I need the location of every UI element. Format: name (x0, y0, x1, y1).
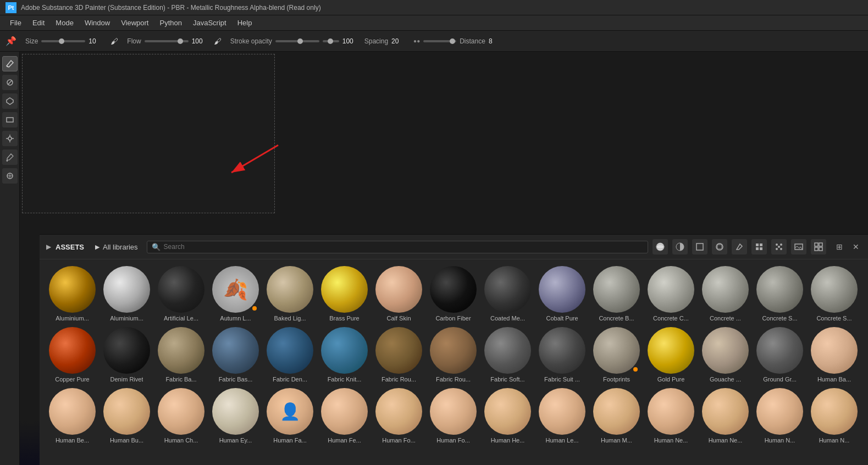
asset-label: Human Ey... (219, 437, 252, 444)
svg-point-25 (780, 243, 782, 246)
brush-icon[interactable]: 🖌 (110, 37, 118, 46)
filter-half-btn[interactable] (672, 239, 688, 254)
asset-item-groundgr[interactable]: Ground Gr... (754, 325, 806, 385)
tool-clone[interactable] (2, 168, 18, 184)
asset-label: Human Fo... (436, 437, 470, 444)
asset-item-calfskin[interactable]: Calf Skin (373, 264, 425, 324)
asset-item-concretes[interactable]: Concrete S... (808, 264, 860, 324)
asset-item-autumnl[interactable]: 🍂Autumn L... (209, 264, 262, 324)
asset-item-fabricknit[interactable]: Fabric Knit... (318, 325, 371, 385)
stroke-opacity-slider2[interactable] (323, 40, 339, 42)
asset-item-coatedme[interactable]: Coated Me... (482, 264, 534, 324)
asset-label: Human N... (819, 437, 850, 444)
asset-item-humanbu[interactable]: Human Bu... (101, 386, 153, 446)
asset-label: Concrete S... (762, 315, 797, 322)
asset-label: Ground Gr... (763, 376, 797, 383)
filter-grid-btn[interactable] (751, 239, 767, 254)
asset-item-concretec[interactable]: Concrete C... (645, 264, 697, 324)
all-libraries-button[interactable]: ▶ All libraries (91, 241, 142, 253)
filter-circle-sq-btn[interactable] (712, 239, 727, 254)
svg-rect-32 (815, 247, 818, 251)
filter-pen-btn[interactable] (732, 239, 747, 254)
menu-edit[interactable]: Edit (27, 16, 50, 29)
panel-close-btn[interactable]: ✕ (850, 241, 861, 252)
assets-grid: Aluminium...Aluminium...Artificial Le...… (40, 259, 868, 461)
asset-item-aluminium[interactable]: Aluminium... (101, 264, 153, 324)
menu-python[interactable]: Python (154, 16, 187, 29)
menu-file[interactable]: File (4, 16, 27, 29)
asset-item-humaney[interactable]: Human Ey... (209, 386, 262, 446)
asset-item-humanfo[interactable]: Human Fo... (427, 386, 479, 446)
stroke-opacity-slider[interactable] (275, 40, 319, 42)
asset-item-bakedlig[interactable]: Baked Lig... (264, 264, 316, 324)
asset-item-aluminium[interactable]: Aluminium... (46, 264, 98, 324)
filter-image-btn[interactable] (791, 239, 806, 254)
filter-dots-btn[interactable] (771, 239, 787, 254)
asset-item-concreteb[interactable]: Concrete B... (590, 264, 643, 324)
asset-item-denimrivet[interactable]: Denim Rivet (101, 325, 153, 385)
pin-icon[interactable]: 📌 (5, 36, 16, 46)
distance-slider[interactable] (423, 40, 456, 42)
asset-item-carbonfiber[interactable]: Carbon Fiber (427, 264, 479, 324)
asset-item-cobaltpure[interactable]: Cobalt Pure (536, 264, 588, 324)
asset-label: Fabric Rou... (382, 376, 416, 383)
menu-help[interactable]: Help (232, 16, 258, 29)
asset-item-fabricbas[interactable]: Fabric Bas... (209, 325, 262, 385)
menu-mode[interactable]: Mode (50, 16, 79, 29)
spacing-group: Spacing 20 (364, 37, 405, 45)
asset-item-humanfe[interactable]: Human Fe... (318, 386, 371, 446)
asset-item-humann[interactable]: Human N... (754, 386, 806, 446)
flow-slider[interactable] (145, 40, 189, 42)
menu-javascript[interactable]: JavaScript (187, 16, 232, 29)
asset-item-humanne[interactable]: Human Ne... (699, 386, 751, 446)
asset-item-humanle[interactable]: Human Le... (536, 386, 588, 446)
assets-panel: ▶ ASSETS ▶ All libraries 🔍 (40, 234, 868, 465)
tool-polygon[interactable] (2, 93, 18, 109)
asset-item-fabricba[interactable]: Fabric Ba... (155, 325, 207, 385)
tool-paint[interactable] (2, 56, 18, 71)
size-slider[interactable] (41, 40, 85, 42)
assets-expand-icon[interactable]: ▶ (46, 243, 51, 251)
flow-group: Flow 100 (127, 37, 204, 45)
tool-transform[interactable] (2, 131, 18, 146)
assets-row-3: Human Be...Human Bu...Human Ch...Human E… (46, 386, 861, 446)
asset-item-humanch[interactable]: Human Ch... (155, 386, 207, 446)
svg-rect-17 (696, 243, 703, 250)
asset-label: Gold Pure (657, 376, 685, 383)
asset-item-concrete[interactable]: Concrete ... (699, 264, 751, 324)
tool-eraser[interactable] (2, 75, 18, 90)
search-input[interactable] (164, 243, 643, 251)
filter-grid-large-btn[interactable] (811, 239, 826, 254)
svg-point-14 (656, 243, 664, 251)
asset-item-humann[interactable]: Human N... (808, 386, 860, 446)
filter-square-btn[interactable] (692, 239, 707, 254)
asset-item-humanm[interactable]: Human M... (590, 386, 643, 446)
asset-item-humanfa[interactable]: 👤Human Fa... (264, 386, 316, 446)
asset-item-humanhe[interactable]: Human He... (482, 386, 534, 446)
asset-item-artificialle[interactable]: Artificial Le... (155, 264, 207, 324)
asset-item-humanba[interactable]: Human Ba... (808, 325, 860, 385)
filter-sphere-btn[interactable] (653, 239, 668, 254)
brush-icon-2[interactable]: 🖌 (214, 37, 222, 46)
asset-item-humanbe[interactable]: Human Be... (46, 386, 98, 446)
asset-item-goldpure[interactable]: Gold Pure (645, 325, 697, 385)
asset-item-fabricrou[interactable]: Fabric Rou... (373, 325, 425, 385)
tool-eyedropper[interactable] (2, 150, 18, 165)
menu-window[interactable]: Window (79, 16, 115, 29)
asset-item-humanne[interactable]: Human Ne... (645, 386, 697, 446)
asset-label: Denim Rivet (110, 376, 143, 383)
asset-item-brasspure[interactable]: Brass Pure (318, 264, 371, 324)
asset-item-footprints[interactable]: Footprints (590, 325, 643, 385)
asset-item-concretes[interactable]: Concrete S... (754, 264, 806, 324)
menu-viewport[interactable]: Viewport (115, 16, 154, 29)
asset-item-copperpure[interactable]: Copper Pure (46, 325, 98, 385)
asset-item-fabricsuit[interactable]: Fabric Suit ... (536, 325, 588, 385)
asset-item-fabricden[interactable]: Fabric Den... (264, 325, 316, 385)
asset-item-fabricsoft[interactable]: Fabric Soft... (482, 325, 534, 385)
asset-item-gouache[interactable]: Gouache ... (699, 325, 751, 385)
tool-rect[interactable] (2, 112, 18, 128)
asset-item-humanfo[interactable]: Human Fo... (373, 386, 425, 446)
asset-label: Calf Skin (386, 315, 411, 322)
asset-item-fabricrou[interactable]: Fabric Rou... (427, 325, 479, 385)
panel-grid-view-btn[interactable]: ⊞ (833, 240, 846, 253)
